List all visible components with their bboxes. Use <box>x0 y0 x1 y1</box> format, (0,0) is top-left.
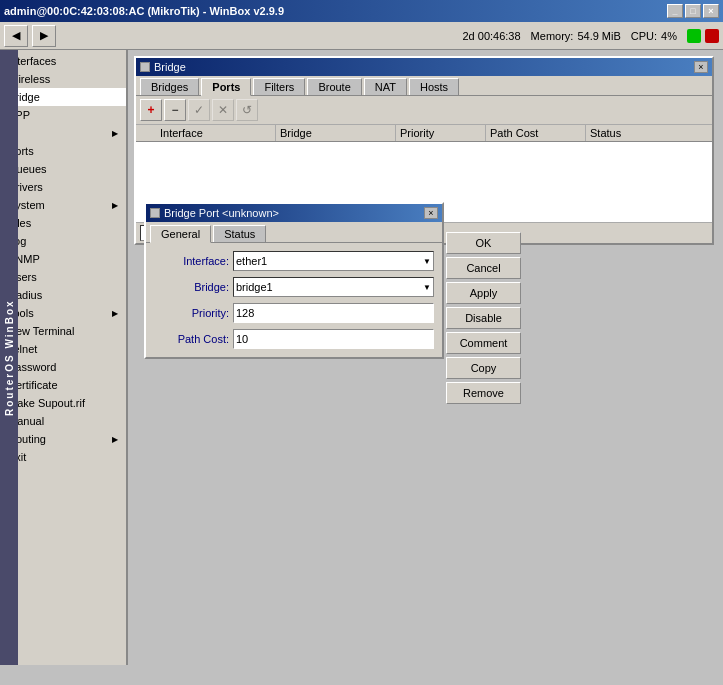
interface-label: Interface: <box>154 255 229 267</box>
forward-button[interactable]: ▶ <box>32 25 56 47</box>
bridge-window-titlebar: Bridge × <box>136 58 712 76</box>
bridge-window: Bridge × Bridges Ports Filters Broute <box>134 56 714 245</box>
sidebar-item-manual[interactable]: Manual <box>0 412 126 430</box>
sidebar-item-routing[interactable]: Routing ▶ <box>0 430 126 448</box>
interface-dropdown-arrow: ▼ <box>423 257 431 266</box>
sidebar-item-certificate[interactable]: Certificate <box>0 376 126 394</box>
priority-field-row: Priority: <box>154 303 434 323</box>
cpu-label: CPU: <box>631 30 657 42</box>
copy-button[interactable]: Copy <box>446 357 521 379</box>
sidebar-item-ppp[interactable]: PPP <box>0 106 126 124</box>
priority-input[interactable] <box>233 303 434 323</box>
add-button[interactable]: + <box>140 99 162 121</box>
enable-button[interactable]: ✓ <box>188 99 210 121</box>
minimize-button[interactable]: _ <box>667 4 683 18</box>
bridge-window-title: Bridge <box>154 61 186 73</box>
sidebar-item-telnet[interactable]: Telnet <box>0 340 126 358</box>
sidebar-item-exit[interactable]: Exit <box>0 448 126 466</box>
sidebar-item-drivers[interactable]: Drivers <box>0 178 126 196</box>
pathcost-field-row: Path Cost: <box>154 329 434 349</box>
priority-label: Priority: <box>154 307 229 319</box>
window-icon <box>140 62 150 72</box>
sidebar-item-bridge[interactable]: Bridge <box>0 88 126 106</box>
ok-button[interactable]: OK <box>446 232 521 254</box>
dialog-title-text: Bridge Port <unknown> <box>164 207 279 219</box>
cancel-button[interactable]: Cancel <box>446 257 521 279</box>
winbox-brand: RouterOS WinBox <box>0 50 18 665</box>
sidebar-item-new-terminal[interactable]: New Terminal <box>0 322 126 340</box>
cpu-value: 4% <box>661 30 677 42</box>
sidebar-item-snmp[interactable]: SNMP <box>0 250 126 268</box>
sidebar-item-system[interactable]: System ▶ <box>0 196 126 214</box>
sidebar-item-queues[interactable]: Queues <box>0 160 126 178</box>
pathcost-input[interactable] <box>233 329 434 349</box>
maximize-button[interactable]: □ <box>685 4 701 18</box>
sidebar-item-ports[interactable]: Ports <box>0 142 126 160</box>
bridge-tabs: Bridges Ports Filters Broute NAT Hosts <box>136 76 712 96</box>
interface-select[interactable]: ether1 ▼ <box>233 251 434 271</box>
sidebar-item-ip[interactable]: IP ▶ <box>0 124 126 142</box>
status-indicator-red <box>705 29 719 43</box>
dialog-close-button[interactable]: × <box>424 207 438 219</box>
title-text: admin@00:0C:42:03:08:AC (MikroTik) - Win… <box>4 5 284 17</box>
status-indicator-green <box>687 29 701 43</box>
remove-button[interactable]: − <box>164 99 186 121</box>
dialog-tabs: General Status <box>146 222 442 243</box>
tab-broute[interactable]: Broute <box>307 78 361 95</box>
arrow-icon: ▶ <box>112 201 118 210</box>
bridge-dropdown-arrow: ▼ <box>423 283 431 292</box>
tab-ports[interactable]: Ports <box>201 78 251 96</box>
title-bar: admin@00:0C:42:03:08:AC (MikroTik) - Win… <box>0 0 723 22</box>
col-pathcost-header[interactable]: Path Cost <box>486 125 586 141</box>
remove-button[interactable]: Remove <box>446 382 521 404</box>
col-interface-header[interactable]: Interface <box>156 125 276 141</box>
bridge-label: Bridge: <box>154 281 229 293</box>
bridge-close-button[interactable]: × <box>694 61 708 73</box>
dialog-icon <box>150 208 160 218</box>
bridge-field-row: Bridge: bridge1 ▼ <box>154 277 434 297</box>
col-check <box>136 125 156 141</box>
dialog-tab-status[interactable]: Status <box>213 225 266 242</box>
bridge-select[interactable]: bridge1 ▼ <box>233 277 434 297</box>
col-priority-header[interactable]: Priority <box>396 125 486 141</box>
back-button[interactable]: ◀ <box>4 25 28 47</box>
main-layout: Interfaces Wireless Bridge PPP IP ▶ Port… <box>0 50 723 665</box>
disable-button[interactable]: Disable <box>446 307 521 329</box>
pathcost-label: Path Cost: <box>154 333 229 345</box>
arrow-icon: ▶ <box>112 309 118 318</box>
dialog-titlebar: Bridge Port <unknown> × <box>146 204 442 222</box>
port-toolbar: + − ✓ ✕ ↺ <box>136 96 712 125</box>
tab-hosts[interactable]: Hosts <box>409 78 459 95</box>
apply-button[interactable]: Apply <box>446 282 521 304</box>
disable-button[interactable]: ✕ <box>212 99 234 121</box>
tab-bridges[interactable]: Bridges <box>140 78 199 95</box>
memory-value: 54.9 MiB <box>577 30 620 42</box>
sidebar-item-files[interactable]: Files <box>0 214 126 232</box>
sidebar-item-radius[interactable]: Radius <box>0 286 126 304</box>
col-bridge-header[interactable]: Bridge <box>276 125 396 141</box>
sidebar-item-log[interactable]: Log <box>0 232 126 250</box>
sidebar-item-interfaces[interactable]: Interfaces <box>0 52 126 70</box>
window-controls[interactable]: _ □ × <box>667 4 719 18</box>
interface-field-row: Interface: ether1 ▼ <box>154 251 434 271</box>
tab-nat[interactable]: NAT <box>364 78 407 95</box>
memory-label: Memory: <box>531 30 574 42</box>
sidebar-item-wireless[interactable]: Wireless <box>0 70 126 88</box>
comment-button[interactable]: Comment <box>446 332 521 354</box>
col-status-header[interactable]: Status <box>586 125 712 141</box>
dialog-tab-general[interactable]: General <box>150 225 211 243</box>
sidebar-item-password[interactable]: Password <box>0 358 126 376</box>
close-button[interactable]: × <box>703 4 719 18</box>
uptime-display: 2d 00:46:38 <box>462 30 520 42</box>
sidebar-item-label: Make Supout.rif <box>8 397 85 409</box>
arrow-icon: ▶ <box>112 435 118 444</box>
table-header: Interface Bridge Priority Path Cost Stat… <box>136 125 712 142</box>
sidebar-item-users[interactable]: Users <box>0 268 126 286</box>
sidebar: Interfaces Wireless Bridge PPP IP ▶ Port… <box>0 50 128 665</box>
refresh-button[interactable]: ↺ <box>236 99 258 121</box>
action-buttons: OK Cancel Apply Disable Comment Copy Rem… <box>446 232 521 404</box>
content-area: Bridge × Bridges Ports Filters Broute <box>128 50 723 665</box>
sidebar-item-tools[interactable]: Tools ▶ <box>0 304 126 322</box>
tab-filters[interactable]: Filters <box>253 78 305 95</box>
sidebar-item-make-supout[interactable]: Make Supout.rif <box>0 394 126 412</box>
